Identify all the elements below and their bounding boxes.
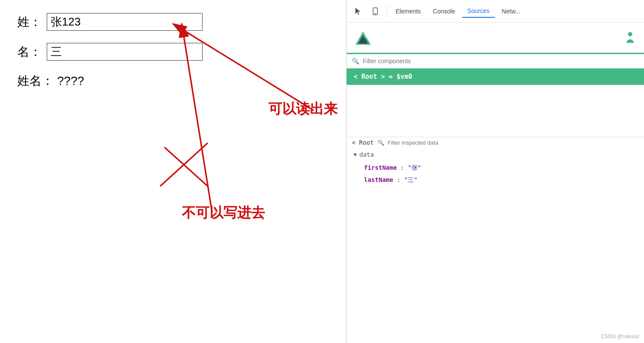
data-section-label: ▼ data [354, 151, 637, 158]
inspector-header: < Root 🔍 [347, 137, 644, 148]
firstname-label: 名： [17, 44, 42, 60]
firstname-input[interactable] [47, 43, 203, 61]
cursor-icon-btn[interactable] [350, 3, 366, 19]
lastname-value: "三" [404, 176, 418, 183]
tab-console[interactable]: Console [428, 5, 460, 17]
device-icon-btn[interactable] [367, 3, 383, 19]
root-component-row[interactable]: < Root > = $vm0 [347, 68, 644, 85]
fullname-row: 姓名： ???? [17, 73, 312, 89]
lastname-colon: : [397, 176, 404, 183]
fullname-label: 姓名： [17, 73, 54, 89]
vue-logo-row [347, 23, 644, 53]
search-icon-inspector: 🔍 [377, 139, 384, 146]
svg-point-11 [628, 32, 632, 36]
vue-tree-icon [623, 31, 637, 45]
surname-input[interactable] [47, 13, 203, 31]
tab-sources[interactable]: Sources [462, 5, 495, 18]
devtools-panel: Elements Console Sources Netw... [346, 0, 644, 343]
svg-marker-10 [363, 31, 367, 38]
toolbar-separator [386, 5, 387, 17]
filter-components-input[interactable] [363, 58, 639, 65]
tab-network[interactable]: Netw... [496, 5, 525, 17]
firstname-row: 名： [17, 43, 312, 61]
annotation-not-writable: 不可以写进去 [182, 204, 265, 223]
spacer [347, 85, 644, 137]
fullname-value: ???? [57, 74, 84, 88]
lastname-key: lastName [364, 176, 393, 183]
vue-devtools-content: 🔍 < Root > = $vm0 < Root 🔍 ▼ data firstN… [347, 23, 644, 343]
left-panel: 姓： 名： 姓名： ???? 可以读出来 不可以写进去 [0, 0, 329, 343]
svg-line-2 [173, 24, 314, 110]
svg-line-4 [160, 143, 208, 186]
surname-row: 姓： [17, 13, 312, 31]
filter-inspected-input[interactable] [388, 139, 639, 146]
firstname-tree-item: firstName : "张" [354, 162, 637, 174]
inspector-root-label: < Root [352, 139, 374, 146]
firstname-key: firstName [364, 164, 397, 171]
data-section-name: data [359, 151, 374, 158]
devtools-toolbar: Elements Console Sources Netw... [347, 0, 644, 23]
vue-logo [354, 28, 373, 47]
filter-components-row: 🔍 [347, 54, 644, 68]
annotation-readable: 可以读出来 [268, 100, 338, 119]
root-component-text: < Root > = $vm0 [354, 73, 412, 81]
svg-line-3 [164, 147, 208, 186]
firstname-value: "张" [408, 164, 421, 171]
surname-label: 姓： [17, 14, 42, 30]
lastname-tree-item: lastName : "三" [354, 174, 637, 186]
attribution: CSDN @ruleslol [601, 333, 639, 340]
search-icon: 🔍 [352, 58, 359, 65]
tab-elements[interactable]: Elements [390, 5, 426, 17]
data-tree: ▼ data firstName : "张" lastName : "三" [347, 148, 644, 190]
firstname-colon: : [400, 164, 408, 171]
tree-arrow-icon: ▼ [354, 152, 357, 158]
